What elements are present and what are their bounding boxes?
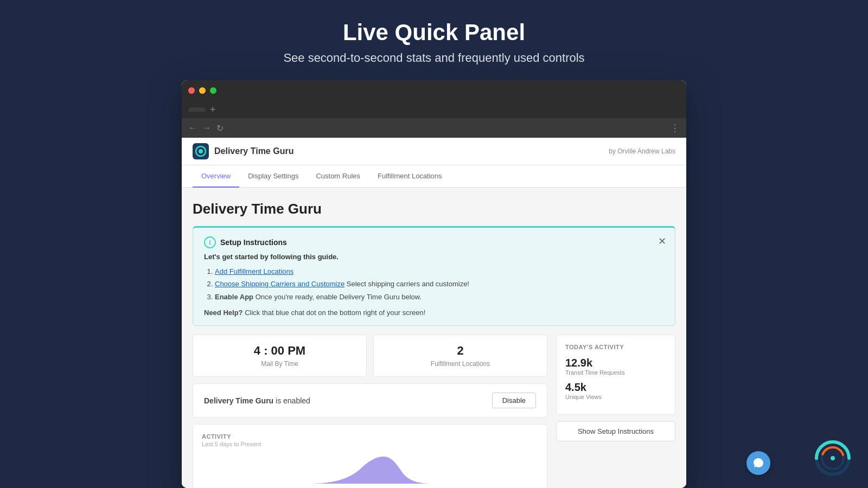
unique-views-value: 4.5k bbox=[565, 381, 666, 394]
activity-chart-svg bbox=[275, 454, 465, 486]
setup-card-header: i Setup Instructions bbox=[204, 236, 664, 248]
activity-title: ACTIVITY bbox=[202, 433, 538, 440]
setup-instructions-card: i Setup Instructions ✕ Let's get started… bbox=[193, 226, 675, 326]
stats-activity-row: 4 : 00 PM Mail By Time 2 Fulfillment Loc… bbox=[193, 335, 675, 488]
svg-point-1 bbox=[199, 149, 203, 153]
step-3-text: Once you're ready, enable Delivery Time … bbox=[256, 293, 422, 301]
stats-column: 4 : 00 PM Mail By Time 2 Fulfillment Loc… bbox=[193, 335, 547, 488]
reload-button[interactable]: ↻ bbox=[216, 123, 224, 133]
unique-views-label: Unique Views bbox=[565, 394, 666, 400]
forward-button[interactable]: → bbox=[202, 123, 211, 133]
disable-button[interactable]: Disable bbox=[492, 393, 536, 408]
show-setup-button[interactable]: Show Setup Instructions bbox=[556, 421, 675, 441]
hero-title: Live Quick Panel bbox=[283, 20, 584, 46]
tab-overview[interactable]: Overview bbox=[193, 165, 239, 188]
sidebar-column: TODAY'S ACTIVITY 12.9k Transit Time Requ… bbox=[556, 335, 675, 488]
mail-by-time-label: Mail By Time bbox=[202, 360, 358, 368]
setup-card-title: Setup Instructions bbox=[220, 238, 287, 247]
app-content: Delivery Time Guru by Orville Andrew Lab… bbox=[182, 138, 686, 488]
tab-display-settings[interactable]: Display Settings bbox=[239, 165, 307, 188]
browser-tab-bar: + bbox=[182, 101, 686, 118]
minimize-dot[interactable] bbox=[199, 87, 206, 94]
app-logo-area: Delivery Time Guru bbox=[193, 143, 293, 159]
enable-text: Delivery Time Guru is enabled bbox=[204, 396, 310, 405]
back-button[interactable]: ← bbox=[188, 123, 197, 133]
logo-svg bbox=[195, 146, 206, 157]
app-logo-icon bbox=[193, 143, 209, 159]
stat-card-locations: 2 Fulfillment Locations bbox=[373, 335, 547, 377]
setup-subtitle: Let's get started by following this guid… bbox=[204, 253, 664, 261]
svg-point-6 bbox=[831, 456, 835, 460]
maximize-dot[interactable] bbox=[210, 87, 216, 94]
setup-steps-list: Add Fulfillment Locations Choose Shippin… bbox=[204, 265, 664, 303]
tab-fulfillment-locations[interactable]: Fulfillment Locations bbox=[369, 165, 451, 188]
hero-subtitle: See second-to-second stats and frequentl… bbox=[283, 51, 584, 65]
help-text: Click that blue chat dot on the bottom r… bbox=[245, 309, 425, 317]
transit-requests-value: 12.9k bbox=[565, 357, 666, 369]
app-tabs: Overview Display Settings Custom Rules F… bbox=[182, 165, 686, 188]
close-dot[interactable] bbox=[188, 87, 195, 94]
browser-navbar: ← → ↻ ⋮ bbox=[182, 118, 686, 138]
app-title: Delivery Time Guru bbox=[214, 146, 293, 156]
chat-icon bbox=[752, 457, 764, 469]
setup-step-2: Choose Shipping Carriers and Customize S… bbox=[215, 278, 664, 290]
today-title: TODAY'S ACTIVITY bbox=[565, 344, 666, 350]
today-activity-card: TODAY'S ACTIVITY 12.9k Transit Time Requ… bbox=[556, 335, 675, 415]
enable-card: Delivery Time Guru is enabled Disable bbox=[193, 383, 547, 418]
gauge-svg bbox=[814, 439, 852, 477]
need-help-label: Need Help? bbox=[204, 309, 243, 317]
fulfillment-locations-label: Fulfillment Locations bbox=[382, 360, 538, 368]
setup-help: Need Help? Click that blue chat dot on t… bbox=[204, 309, 664, 317]
chat-bubble-button[interactable] bbox=[746, 451, 770, 475]
choose-shipping-link[interactable]: Choose Shipping Carriers and Customize bbox=[215, 280, 344, 288]
step-2-text: Select shipping carriers and customize! bbox=[347, 280, 469, 288]
stat-card-time: 4 : 00 PM Mail By Time bbox=[193, 335, 367, 377]
browser-window: + ← → ↻ ⋮ Delivery Time Guru by Orville … bbox=[182, 80, 686, 488]
setup-close-button[interactable]: ✕ bbox=[658, 235, 666, 247]
browser-menu-button[interactable]: ⋮ bbox=[670, 122, 680, 134]
activity-card: ACTIVITY Last 5 days to Present bbox=[193, 424, 547, 488]
tab-custom-rules[interactable]: Custom Rules bbox=[307, 165, 369, 188]
activity-chart bbox=[202, 454, 538, 486]
info-icon: i bbox=[204, 236, 216, 248]
browser-tab[interactable] bbox=[188, 107, 206, 112]
browser-titlebar bbox=[182, 80, 686, 101]
app-name-label: Delivery Time Guru bbox=[204, 396, 273, 405]
fulfillment-locations-value: 2 bbox=[382, 344, 538, 358]
app-body: Delivery Time Guru i Setup Instructions … bbox=[182, 188, 686, 488]
new-tab-button[interactable]: + bbox=[210, 104, 216, 115]
page-title: Delivery Time Guru bbox=[193, 201, 675, 217]
app-by-label: by Orville Andrew Labs bbox=[609, 147, 675, 155]
setup-step-3: Enable App Once you're ready, enable Del… bbox=[215, 291, 664, 303]
transit-requests-label: Transit Time Requests bbox=[565, 369, 666, 376]
add-fulfillment-link[interactable]: Add Fulfillment Locations bbox=[215, 267, 293, 275]
setup-step-1: Add Fulfillment Locations bbox=[215, 265, 664, 278]
app-header: Delivery Time Guru by Orville Andrew Lab… bbox=[182, 138, 686, 165]
stats-row: 4 : 00 PM Mail By Time 2 Fulfillment Loc… bbox=[193, 335, 547, 377]
mail-by-time-value: 4 : 00 PM bbox=[202, 344, 358, 358]
enable-app-label: Enable App bbox=[215, 293, 253, 301]
page-hero: Live Quick Panel See second-to-second st… bbox=[283, 0, 584, 80]
gauge-icon bbox=[814, 439, 852, 477]
activity-subtitle: Last 5 days to Present bbox=[202, 441, 538, 447]
enabled-status: is enabled bbox=[276, 396, 310, 405]
